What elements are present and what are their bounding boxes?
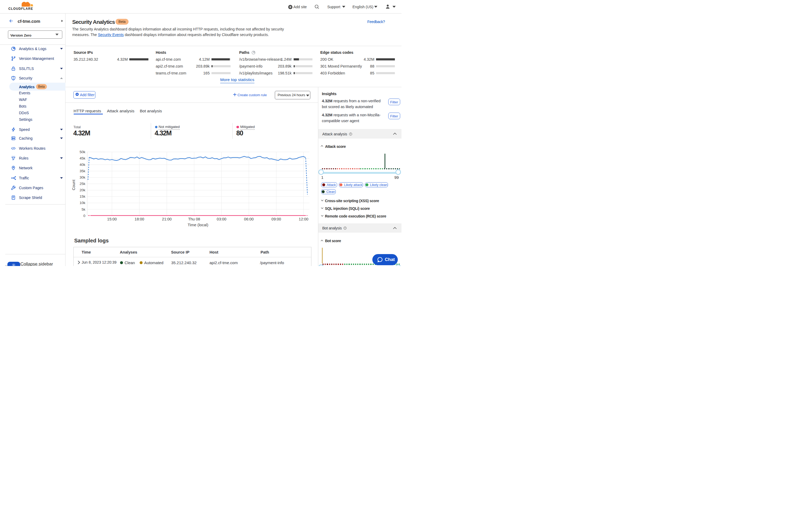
svg-text:21:00: 21:00 — [162, 217, 171, 221]
svg-text:15:00: 15:00 — [107, 217, 117, 221]
svg-text:50k: 50k — [79, 150, 85, 154]
svg-text:15k: 15k — [79, 194, 85, 198]
svg-text:Thu 08: Thu 08 — [188, 217, 200, 221]
svg-text:35k: 35k — [79, 169, 85, 173]
svg-text:06:00: 06:00 — [244, 217, 254, 221]
svg-text:30k: 30k — [79, 175, 85, 179]
svg-text:5k: 5k — [82, 207, 86, 211]
svg-text:45k: 45k — [79, 156, 85, 160]
svg-text:Time (local): Time (local) — [188, 223, 208, 227]
svg-text:0: 0 — [83, 214, 85, 218]
svg-text:18:00: 18:00 — [135, 217, 144, 221]
svg-text:Count: Count — [71, 179, 76, 190]
svg-text:10k: 10k — [79, 201, 85, 205]
svg-text:25k: 25k — [79, 182, 85, 186]
svg-text:09:00: 09:00 — [272, 217, 281, 221]
svg-text:40k: 40k — [79, 163, 85, 167]
svg-text:12:00: 12:00 — [299, 217, 308, 221]
svg-text:03:00: 03:00 — [217, 217, 226, 221]
svg-text:20k: 20k — [79, 188, 85, 192]
